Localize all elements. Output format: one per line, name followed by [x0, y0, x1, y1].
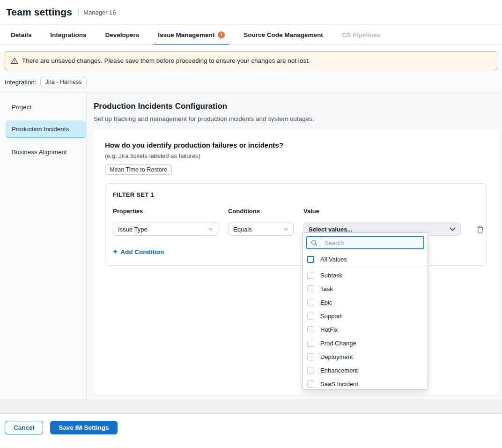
chevron-down-icon: [284, 228, 288, 231]
option-epic[interactable]: Epic: [303, 296, 428, 309]
tab-source-code-management[interactable]: Source Code Management: [239, 25, 328, 45]
save-im-settings-button[interactable]: Save IM Settings: [50, 421, 117, 434]
text-cursor: [321, 239, 321, 246]
dropdown-search-box[interactable]: [306, 236, 424, 249]
checkbox[interactable]: [307, 272, 314, 279]
question-heading: How do you identify production failures …: [105, 141, 487, 149]
section-description: Set up tracking and management for produ…: [94, 115, 498, 122]
section-title: Production Incidents Configuration: [94, 102, 498, 111]
page-subtitle: Manager 16: [83, 9, 116, 16]
metric-chip-mean-time-to-restore[interactable]: Mean Time to Restore: [105, 164, 172, 175]
tab-issue-management[interactable]: Issue Management !: [153, 25, 229, 45]
delete-filter-button[interactable]: [471, 224, 489, 235]
filter-set-1: FILTER SET 1 Properties Conditions Value…: [105, 183, 487, 266]
trash-icon: [477, 225, 484, 233]
option-hotfix[interactable]: HotFix: [303, 323, 428, 336]
search-input[interactable]: [325, 239, 420, 246]
tab-developers[interactable]: Developers: [101, 25, 144, 45]
page-title: Team settings: [6, 7, 72, 18]
title-divider: |: [77, 8, 79, 16]
option-all-values[interactable]: All Values: [303, 253, 428, 266]
add-condition-button[interactable]: + Add Condition: [113, 248, 164, 255]
content-area: There are unsaved changes. Please save t…: [0, 51, 502, 399]
footer-divider-strip: [0, 399, 502, 414]
sidebar-item-business-alignment[interactable]: Business Alignment: [0, 143, 86, 161]
filter-set-title: FILTER SET 1: [113, 191, 479, 198]
tab-details[interactable]: Details: [6, 25, 36, 45]
checkbox[interactable]: [307, 353, 314, 360]
banner-text: There are unsaved changes. Please save t…: [22, 57, 310, 64]
footer-actions: Cancel Save IM Settings: [0, 414, 502, 434]
conditions-column-label: Conditions: [228, 208, 294, 215]
chevron-down-icon: [208, 228, 213, 231]
settings-sidebar: Project Production Incidents Business Al…: [0, 92, 87, 399]
incidents-config-card: How do you identify production failures …: [94, 129, 498, 394]
option-subtask[interactable]: Subtask: [303, 269, 428, 282]
unsaved-warning-badge-icon: !: [218, 31, 225, 38]
tab-cd-pipelines: CD Pipelines: [337, 25, 385, 45]
warning-triangle-icon: [11, 57, 18, 64]
integration-chip[interactable]: Jira - Harness: [40, 77, 87, 87]
checkbox[interactable]: [307, 285, 314, 292]
tab-bar: Details Integrations Developers Issue Ma…: [0, 25, 502, 45]
checkbox[interactable]: [307, 340, 314, 347]
checkbox[interactable]: [307, 313, 314, 320]
cancel-button[interactable]: Cancel: [5, 421, 43, 434]
option-enhancement[interactable]: Enhancement: [303, 364, 428, 377]
option-prod-change[interactable]: Prod Change: [303, 336, 428, 350]
condition-select[interactable]: Equals: [228, 223, 294, 236]
tab-integrations[interactable]: Integrations: [45, 25, 91, 45]
dropdown-divider: [303, 267, 428, 267]
chevron-down-icon: [450, 227, 456, 231]
checkbox[interactable]: [307, 367, 314, 374]
checkbox[interactable]: [307, 299, 314, 306]
option-task[interactable]: Task: [303, 282, 428, 296]
unsaved-changes-banner: There are unsaved changes. Please save t…: [5, 51, 497, 70]
checkbox[interactable]: [307, 381, 314, 388]
question-hint: (e.g. Jira tickets labeled as failures): [105, 152, 487, 159]
property-select[interactable]: Issue Type: [113, 223, 218, 236]
option-saas-incident[interactable]: SaaS Incident: [303, 377, 428, 390]
option-deployment[interactable]: Deployment: [303, 350, 428, 364]
integration-label: Integration:: [5, 79, 37, 86]
checkbox[interactable]: [307, 326, 314, 333]
option-support[interactable]: Support: [303, 309, 428, 323]
search-icon: [311, 239, 317, 246]
integration-row: Integration: Jira - Harness: [5, 77, 497, 87]
filter-column-headers: Properties Conditions Value: [113, 208, 479, 215]
sidebar-item-project[interactable]: Project: [0, 98, 86, 116]
properties-column-label: Properties: [113, 208, 218, 215]
main-panel: Production Incidents Configuration Set u…: [87, 92, 502, 399]
settings-body: Project Production Incidents Business Al…: [0, 92, 502, 399]
value-dropdown-panel: All Values Subtask Task Epic Support Hot…: [303, 232, 428, 390]
value-column-label: Value: [303, 208, 461, 215]
sidebar-item-production-incidents[interactable]: Production Incidents: [6, 120, 86, 138]
checkbox-all-values[interactable]: [307, 256, 314, 263]
plus-icon: +: [113, 248, 117, 255]
page-header: Team settings | Manager 16: [0, 0, 502, 25]
